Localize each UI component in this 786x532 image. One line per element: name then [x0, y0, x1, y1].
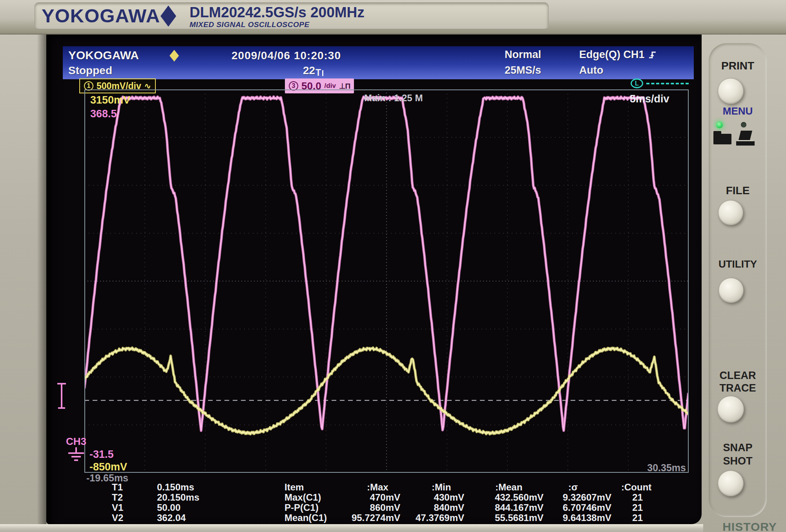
column-header-min: :Min — [432, 482, 451, 493]
menu-led-off-icon — [741, 122, 746, 128]
acquisition-mode: Normal — [505, 49, 541, 61]
acquisition-count: 22 — [303, 64, 315, 77]
oscilloscope-front-panel: { "bezel": { "brand": "YOKOGAWA", "model… — [0, 0, 786, 532]
top-bezel: YOKOGAWA DLM2024 2.5GS/s 200MHz MIXED SI… — [0, 0, 786, 35]
file-label: FILE — [709, 184, 767, 197]
cursor-label: V2 — [112, 512, 123, 523]
meas-mean: 432.560mV — [453, 492, 543, 503]
time-axis-right: 30.35ms — [607, 462, 686, 474]
menu-label: MENU — [709, 105, 767, 117]
column-header-mean: :Mean — [495, 482, 522, 493]
ch1-offset-readout: -850mV — [89, 461, 127, 473]
nameplate: YOKOGAWA DLM2024 2.5GS/s 200MHz MIXED SI… — [35, 2, 549, 29]
cursor-value: 0.150ms — [157, 482, 194, 493]
snap-shot-button[interactable] — [718, 470, 744, 496]
print-button[interactable] — [718, 78, 744, 104]
clear-trace-label-line2: TRACE — [709, 382, 767, 394]
meas-count: 21 — [617, 512, 643, 523]
cursor-label: T1 — [112, 482, 123, 493]
meas-item: Mean(C1) — [284, 512, 327, 523]
logic-dashed-line-icon — [646, 83, 689, 84]
trigger-mode: Auto — [579, 64, 603, 77]
utility-label: UTILITY — [709, 258, 767, 270]
meas-item: Max(C1) — [284, 492, 321, 503]
meas-sigma: 9.64138mV — [533, 512, 611, 523]
column-header-sigma: :σ — [568, 482, 578, 493]
snap-shot-label-line2: SHOT — [709, 455, 767, 467]
acquisition-status: Stopped — [68, 64, 112, 77]
trigger-source: Edge(Q) CH1 — [579, 49, 657, 61]
utility-button[interactable] — [719, 278, 744, 303]
ground-symbol-icon — [67, 447, 86, 464]
meas-item: P-P(C1) — [284, 502, 319, 513]
meas-mean: 55.5681mV — [453, 512, 543, 523]
cursor-label: V1 — [112, 502, 123, 513]
model-number: DLM2024 — [190, 4, 253, 21]
menu-led-on-icon — [716, 122, 723, 128]
logic-indicator: L — [631, 78, 689, 88]
brand-logo-text: YOKOGAWA — [42, 5, 160, 27]
model-specs: 2.5GS/s 200MHz — [253, 4, 365, 21]
screen-left-shadow — [37, 35, 46, 524]
ch3-level-marker-icon — [56, 382, 69, 415]
ch3-offset-readout: -31.5 — [89, 448, 114, 461]
meas-min: 47.3769mV — [386, 512, 464, 523]
cursor-value: 50.00 — [157, 502, 181, 513]
lcd-screen: YOKOGAWA 2009/04/06 10:20:30 Stopped 22 … — [46, 35, 702, 524]
ch1-cursor-value: 3150mV — [90, 94, 130, 106]
meas-mean: 844.167mV — [453, 502, 543, 513]
ch3-label: CH3 — [66, 435, 86, 448]
record-length: Main : 1.25 M — [364, 93, 423, 104]
yokogawa-diamond-logo-icon — [160, 5, 176, 27]
history-label: HISTORY — [713, 520, 786, 532]
cursor-value: 362.04 — [157, 512, 186, 523]
cursor-label: T2 — [112, 492, 123, 503]
screen-brand: YOKOGAWA — [68, 49, 139, 62]
ch3-scale-unit: /div — [325, 82, 336, 90]
waveform-display — [84, 89, 689, 473]
model-subtitle: MIXED SIGNAL OSCILLOSCOPE — [190, 20, 310, 29]
meas-sigma: 9.32607mV — [533, 492, 611, 503]
logic-l-icon: L — [631, 78, 643, 88]
clear-trace-label-line1: CLEAR — [709, 370, 767, 382]
cursor-value: 20.150ms — [157, 492, 199, 503]
timebase-readout: 5ms/div — [630, 93, 669, 105]
screen-header-bar: YOKOGAWA 2009/04/06 10:20:30 Stopped 22 … — [63, 46, 694, 79]
folder-icon — [713, 134, 731, 144]
meas-min: 840mV — [386, 502, 464, 513]
bottom-bezel-edge — [0, 524, 703, 532]
screen-diamond-icon — [170, 50, 179, 62]
meas-count: 21 — [617, 502, 643, 513]
snap-shot-label-line1: SNAP — [709, 442, 767, 454]
meas-sigma: 6.70746mV — [533, 502, 611, 513]
print-label: PRINT — [709, 60, 767, 72]
column-header-count: :Count — [621, 482, 651, 493]
meas-count: 21 — [617, 492, 643, 503]
meas-min: 430mV — [386, 492, 464, 503]
ch3-cursor-value: 368.5 — [90, 108, 117, 120]
clear-trace-button[interactable] — [717, 396, 744, 423]
edge-rising-icon — [649, 51, 657, 59]
printer-icon — [736, 131, 755, 146]
trigger-position-marker: T — [315, 67, 323, 78]
trigger-position-tick-icon — [322, 70, 323, 76]
sample-rate: 25MS/s — [505, 64, 541, 77]
column-header-max: :Max — [367, 482, 388, 493]
file-button[interactable] — [718, 200, 743, 225]
column-header-item: Item — [284, 482, 304, 493]
datetime: 2009/04/06 10:20:30 — [232, 49, 341, 62]
